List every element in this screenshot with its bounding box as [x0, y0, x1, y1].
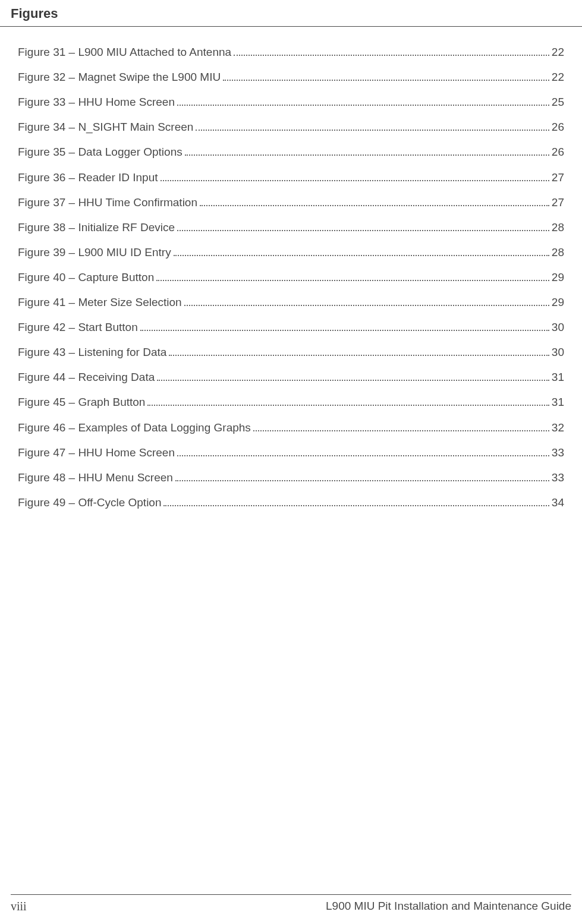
figure-entry: Figure 40 – Capture Button29	[18, 271, 564, 284]
figure-page: 34	[552, 496, 564, 509]
figure-label: Figure 38 – Initialize RF Device	[18, 221, 175, 234]
leader-dots	[200, 196, 549, 206]
figure-entry: Figure 36 – Reader ID Input27	[18, 171, 564, 184]
leader-dots	[163, 496, 549, 506]
figure-label: Figure 49 – Off-Cycle Option	[18, 496, 161, 509]
figure-label: Figure 34 – N_SIGHT Main Screen	[18, 121, 193, 134]
page-header: Figures	[0, 0, 582, 27]
figure-label: Figure 35 – Data Logger Options	[18, 146, 183, 159]
figure-page: 29	[552, 271, 564, 284]
leader-dots	[184, 296, 549, 306]
figure-page: 33	[552, 446, 564, 459]
figure-page: 22	[552, 71, 564, 84]
figure-page: 29	[552, 296, 564, 309]
figure-label: Figure 48 – HHU Menu Screen	[18, 471, 173, 484]
figure-label: Figure 47 – HHU Home Screen	[18, 446, 175, 459]
figure-page: 31	[552, 371, 564, 384]
figures-list: Figure 31 – L900 MIU Attached to Antenna…	[0, 46, 582, 509]
figure-page: 33	[552, 471, 564, 484]
figure-label: Figure 37 – HHU Time Confirmation	[18, 196, 197, 209]
figure-page: 28	[552, 221, 564, 234]
figure-page: 22	[552, 46, 564, 59]
figure-page: 30	[552, 321, 564, 334]
page-number: viii	[11, 900, 27, 913]
leader-dots	[196, 121, 549, 131]
figure-entry: Figure 32 – Magnet Swipe the L900 MIU22	[18, 71, 564, 84]
figure-page: 26	[552, 146, 564, 159]
figure-page: 30	[552, 346, 564, 359]
figure-label: Figure 36 – Reader ID Input	[18, 171, 158, 184]
figure-entry: Figure 39 – L900 MIU ID Entry28	[18, 246, 564, 259]
figure-entry: Figure 42 – Start Button30	[18, 321, 564, 334]
leader-dots	[185, 146, 549, 156]
document-title: L900 MIU Pit Installation and Maintenanc…	[326, 900, 571, 913]
figure-label: Figure 41 – Meter Size Selection	[18, 296, 182, 309]
section-title: Figures	[11, 6, 571, 21]
figure-entry: Figure 49 – Off-Cycle Option34	[18, 496, 564, 509]
figure-entry: Figure 47 – HHU Home Screen33	[18, 446, 564, 459]
leader-dots	[140, 321, 549, 331]
leader-dots	[147, 396, 549, 406]
figure-page: 27	[552, 171, 564, 184]
figure-entry: Figure 41 – Meter Size Selection29	[18, 296, 564, 309]
leader-dots	[253, 421, 549, 431]
figure-entry: Figure 34 – N_SIGHT Main Screen26	[18, 121, 564, 134]
figure-entry: Figure 31 – L900 MIU Attached to Antenna…	[18, 46, 564, 59]
leader-dots	[223, 71, 549, 81]
figure-page: 32	[552, 421, 564, 434]
figure-label: Figure 43 – Listening for Data	[18, 346, 166, 359]
leader-dots	[156, 271, 549, 281]
figure-entry: Figure 38 – Initialize RF Device28	[18, 221, 564, 234]
figure-entry: Figure 48 – HHU Menu Screen33	[18, 471, 564, 484]
leader-dots	[177, 96, 549, 106]
figure-label: Figure 32 – Magnet Swipe the L900 MIU	[18, 71, 221, 84]
figure-label: Figure 44 – Receiving Data	[18, 371, 155, 384]
figure-label: Figure 45 – Graph Button	[18, 396, 145, 409]
figure-label: Figure 33 – HHU Home Screen	[18, 96, 175, 109]
leader-dots	[177, 221, 549, 231]
figure-label: Figure 39 – L900 MIU ID Entry	[18, 246, 171, 259]
figure-label: Figure 31 – L900 MIU Attached to Antenna	[18, 46, 231, 59]
leader-dots	[234, 46, 549, 56]
figure-page: 25	[552, 96, 564, 109]
leader-dots	[174, 246, 549, 256]
figure-page: 26	[552, 121, 564, 134]
figure-entry: Figure 33 – HHU Home Screen25	[18, 96, 564, 109]
figure-page: 31	[552, 396, 564, 409]
figure-entry: Figure 45 – Graph Button31	[18, 396, 564, 409]
figure-label: Figure 40 – Capture Button	[18, 271, 154, 284]
figure-page: 28	[552, 246, 564, 259]
leader-dots	[161, 171, 549, 181]
figure-entry: Figure 37 – HHU Time Confirmation27	[18, 196, 564, 209]
figure-label: Figure 42 – Start Button	[18, 321, 138, 334]
figure-entry: Figure 46 – Examples of Data Logging Gra…	[18, 421, 564, 434]
leader-dots	[169, 346, 549, 356]
figure-entry: Figure 35 – Data Logger Options26	[18, 146, 564, 159]
figure-page: 27	[552, 196, 564, 209]
figure-entry: Figure 44 – Receiving Data31	[18, 371, 564, 384]
page-footer: viii L900 MIU Pit Installation and Maint…	[11, 894, 571, 913]
figure-label: Figure 46 – Examples of Data Logging Gra…	[18, 421, 251, 434]
leader-dots	[175, 471, 549, 481]
figure-entry: Figure 43 – Listening for Data30	[18, 346, 564, 359]
leader-dots	[177, 446, 549, 456]
leader-dots	[157, 371, 549, 381]
